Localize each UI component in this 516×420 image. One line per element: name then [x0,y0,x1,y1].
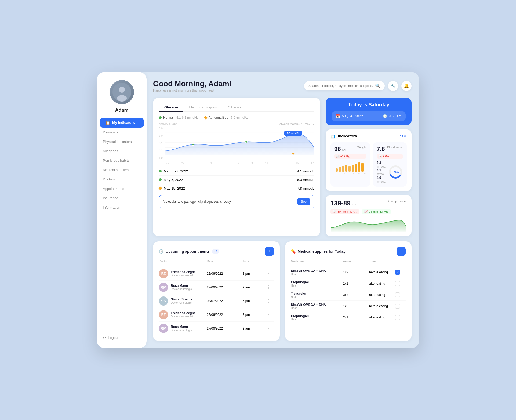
avatar-image [110,80,134,104]
supply-row: UltraVit OMEGA + DHA Heart 1x2 before ea… [291,301,406,312]
appointments-badge: x4 [212,249,219,254]
indicators-icon: 📊 [330,134,336,139]
blood-sugar-change: 📈 +2% [377,154,403,159]
edit-link[interactable]: Edit ✏ [398,134,407,138]
tab-ecg[interactable]: Electrocardiogram [183,103,223,112]
see-button[interactable]: See [297,198,310,205]
supplies-title: 💊 Medical supplies for Today [291,249,346,254]
menu-dots[interactable]: ⋮ [267,271,274,276]
medical-supplies-card: 💊 Medical supplies for Today + Medicines… [285,241,412,341]
sidebar-item-my-indicators[interactable]: 📋 My indicators [100,118,144,128]
tab-ct-scan[interactable]: CT scan [223,103,246,112]
appointment-row: FZ Frederica Zegna Doctor cardiologist 2… [159,267,274,281]
bp-header: 139-89 mm Blood pressure [330,200,407,207]
svg-point-8 [192,143,194,146]
header-right: 🔍 🔧 🔔 [304,81,412,91]
y-axis-labels: 8.0 7.0 6.1 4.1 1.0 [159,127,165,160]
sidebar-item-information[interactable]: Information [97,203,147,212]
header: Good Morning, Adam! Happiness is nothing… [153,79,412,92]
tab-glucose[interactable]: Glucose [159,103,183,112]
supply-checkbox[interactable] [395,304,400,309]
doctor-avatar: FZ [159,310,168,319]
add-appointment-button[interactable]: + [265,247,274,256]
doctor-avatar: SS [159,296,168,306]
bp-changes: 📈 30 mm Hg. Art. 📈 15 mm Hg. Art. [330,209,407,214]
search-input[interactable] [308,84,373,88]
bottom-grid: 🕐 Upcoming appointments x4 + Doctor Date… [153,241,412,341]
supply-checkbox[interactable] [395,292,400,297]
supplies-header: 💊 Medical supplies for Today + [291,247,406,256]
chart-svg-area: 7.8 mmol/L 25271357911131517 [165,127,314,165]
today-datetime: 📅 May 20, 2022 🕒 8:55 am [332,111,406,121]
menu-dots[interactable]: ⋮ [267,285,274,290]
notification-text: Molecular and pathogenicity diagnoses is… [163,200,231,204]
search-bar[interactable]: 🔍 [304,81,385,90]
pill-icon: 💊 [291,249,296,254]
today-card: Today is Saturday 📅 May 20, 2022 🕒 8:55 … [326,98,412,125]
notifications-button[interactable]: 🔔 [401,81,412,91]
donut-chart: +30% [388,165,403,179]
doctor-info: FZ Frederica Zegna Doctor cardiologist [159,269,207,278]
blood-sugar-top: 7.8 Blood sugar [377,146,403,153]
calendar-icon: 📅 [336,114,340,118]
bell-icon: 🔔 [404,83,409,88]
appointment-row: FZ Frederica Zegna Doctor cardiologist 2… [159,308,274,322]
weight-change: 📈 +12 Kg [334,154,366,159]
supply-checkbox[interactable]: ✓ [395,270,400,275]
sidebar-item-insurance[interactable]: Insurance [97,193,147,203]
clock-icon: 🕒 [383,114,387,118]
glucose-card: Glucose Electrocardiogram CT scan Normal… [153,98,320,236]
settings-button[interactable]: 🔧 [388,81,398,91]
menu-dots[interactable]: ⋮ [267,326,274,331]
doctor-avatar: RM [159,283,168,292]
add-supply-button[interactable]: + [397,247,406,256]
app-container: Adam 📋 My indicators Dionopsis Physical … [97,72,419,348]
sidebar-item-pernicious[interactable]: Pernicious habits [97,156,147,165]
header-left: Good Morning, Adam! Happiness is nothing… [153,79,232,92]
blood-sugar-values: 6.3 mmol/L 4.1 mmol/L 4.9 mmol/L [377,161,386,183]
data-row-3: May 15, 2022 7.8 mmol/L [159,184,314,193]
sidebar-item-appointments[interactable]: Appointments [97,184,147,193]
indicators-icon: 📋 [106,121,110,125]
legend-normal: Normal 4.1-6.1 mmol/L [159,116,198,120]
doctor-info: FZ Frederica Zegna Doctor cardiologist [159,310,207,319]
time-item: 🕒 8:55 am [383,114,401,118]
svg-point-1 [119,87,125,93]
appointments-list: FZ Frederica Zegna Doctor cardiologist 2… [159,267,274,335]
supply-checkbox[interactable] [395,281,400,286]
today-title: Today is Saturday [332,102,406,108]
appointment-row: SS Simon Sparcs Doctor Orthologist 03/07… [159,294,274,308]
settings-icon: 🔧 [390,83,396,88]
supplies-list: UltraVit OMEGA + DHA Heart 1x2 before ea… [291,267,406,323]
menu-dots[interactable]: ⋮ [267,298,274,303]
doctor-avatar: RM [159,324,168,333]
notification-bar: Molecular and pathogenicity diagnoses is… [159,195,314,208]
green-dot-2 [159,178,162,181]
blood-sugar-value: 7.8 [377,146,385,152]
sidebar-item-doctors[interactable]: Doctors [97,175,147,184]
sidebar-item-allergies[interactable]: Allegeries [97,146,147,156]
main-content: Good Morning, Adam! Happiness is nothing… [147,72,419,348]
indicators-card: 📊 Indicators Edit ✏ 98 [326,129,412,191]
data-row-2: May 5, 2022 6.3 mmol/L [159,176,314,184]
sidebar-item-medical-supplies[interactable]: Medical supplies [97,165,147,175]
appointments-header: 🕐 Upcoming appointments x4 + [159,247,274,256]
doctor-avatar: FZ [159,269,168,278]
svg-rect-16 [342,166,344,172]
svg-rect-14 [336,168,338,172]
glucose-tabs: Glucose Electrocardiogram CT scan [159,103,314,112]
sidebar-item-diagnosis[interactable]: Dionopsis [97,128,147,137]
logout-button[interactable]: ↩ Logout [97,332,147,343]
data-row-1: March 27, 2022 4.1 mmol/L [159,167,314,176]
weight-value: 98 [334,146,341,153]
header-subtitle: Happiness is nothing more than good heal… [153,89,232,92]
supply-checkbox[interactable] [395,315,400,320]
supply-row: Clopidogrel Heart 2x1 after eating [291,312,406,323]
right-panel: Today is Saturday 📅 May 20, 2022 🕒 8:55 … [326,98,412,236]
menu-dots[interactable]: ⋮ [267,312,274,317]
svg-text:7.8 mmol/L: 7.8 mmol/L [287,132,299,135]
svg-rect-21 [358,162,360,172]
logout-icon: ↩ [103,336,106,340]
sidebar-item-physical[interactable]: Physical indicators [97,137,147,146]
bp-chart [330,217,407,232]
